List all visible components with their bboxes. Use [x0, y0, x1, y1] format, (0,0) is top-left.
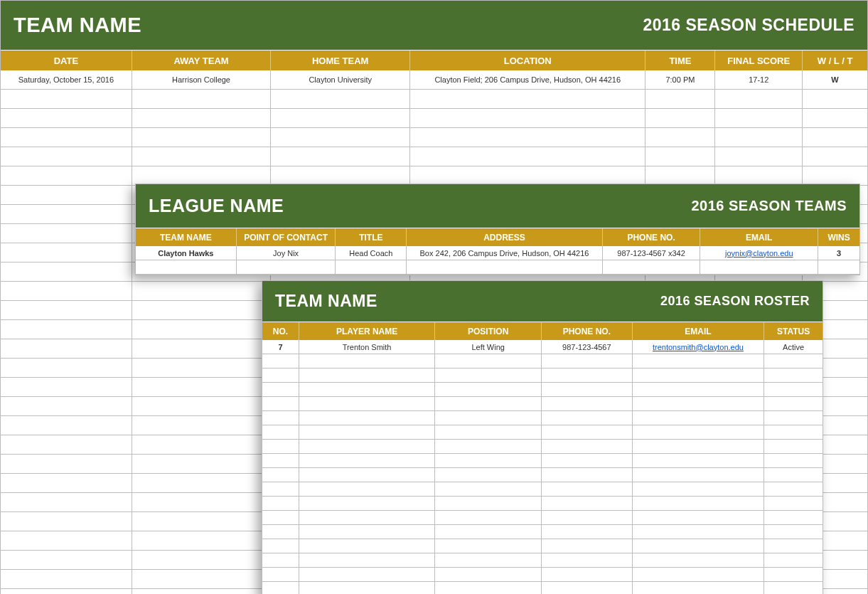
- table-cell[interactable]: [435, 383, 542, 396]
- table-cell[interactable]: [299, 497, 436, 510]
- table-cell[interactable]: [1, 435, 132, 454]
- table-cell[interactable]: [542, 411, 633, 425]
- table-cell[interactable]: [435, 425, 542, 439]
- table-cell[interactable]: [764, 539, 823, 553]
- table-cell[interactable]: [410, 109, 645, 127]
- table-cell[interactable]: [435, 553, 542, 567]
- table-cell[interactable]: [299, 411, 436, 425]
- table-cell[interactable]: [136, 260, 237, 274]
- table-cell[interactable]: [764, 368, 823, 382]
- table-cell[interactable]: [715, 128, 803, 147]
- table-cell[interactable]: 3: [818, 246, 859, 260]
- table-cell[interactable]: [633, 425, 765, 439]
- table-cell[interactable]: [299, 553, 436, 567]
- table-cell[interactable]: [299, 354, 436, 368]
- table-cell[interactable]: [1, 551, 132, 569]
- table-cell[interactable]: [262, 482, 299, 496]
- table-cell[interactable]: [542, 440, 633, 453]
- table-cell[interactable]: [271, 166, 410, 185]
- table-cell[interactable]: [299, 440, 436, 453]
- table-cell[interactable]: [262, 368, 299, 382]
- table-cell[interactable]: [542, 368, 633, 382]
- table-cell[interactable]: [542, 511, 633, 524]
- table-cell[interactable]: [542, 454, 633, 467]
- table-cell[interactable]: [764, 497, 823, 510]
- table-cell[interactable]: [764, 383, 823, 396]
- table-cell[interactable]: Box 242, 206 Campus Drive, Hudson, OH 44…: [407, 246, 602, 260]
- table-cell[interactable]: [542, 568, 633, 581]
- table-cell[interactable]: [132, 474, 272, 492]
- table-cell[interactable]: [262, 525, 299, 539]
- table-cell[interactable]: [542, 397, 633, 410]
- table-cell[interactable]: [262, 354, 299, 368]
- table-cell[interactable]: [715, 166, 803, 185]
- table-cell[interactable]: [633, 468, 765, 482]
- table-cell[interactable]: [132, 320, 272, 339]
- table-cell[interactable]: [1, 128, 132, 147]
- table-cell[interactable]: joynix@clayton.edu: [700, 246, 818, 260]
- table-cell[interactable]: [262, 539, 299, 553]
- table-cell[interactable]: [435, 454, 542, 467]
- table-cell[interactable]: [435, 525, 542, 539]
- table-cell[interactable]: [336, 260, 407, 274]
- table-cell[interactable]: [262, 411, 299, 425]
- table-cell[interactable]: [435, 568, 542, 581]
- table-cell[interactable]: [1, 570, 132, 588]
- table-cell[interactable]: [542, 425, 633, 439]
- table-cell[interactable]: Left Wing: [435, 340, 542, 354]
- table-cell[interactable]: [633, 582, 765, 594]
- table-cell[interactable]: 987-123-4567 x342: [603, 246, 701, 260]
- table-cell[interactable]: [1, 147, 132, 166]
- table-cell[interactable]: [764, 425, 823, 439]
- table-cell[interactable]: [633, 568, 765, 581]
- table-cell[interactable]: [645, 166, 715, 185]
- table-cell[interactable]: [803, 90, 867, 108]
- table-cell[interactable]: [132, 551, 272, 569]
- email-link[interactable]: trentonsmith@clayton.edu: [653, 343, 744, 351]
- table-cell[interactable]: [1, 166, 132, 185]
- table-cell[interactable]: Active: [764, 340, 823, 354]
- table-cell[interactable]: [132, 90, 272, 108]
- table-cell[interactable]: [542, 482, 633, 496]
- table-cell[interactable]: [132, 282, 272, 300]
- table-cell[interactable]: [299, 454, 436, 467]
- table-cell[interactable]: [435, 511, 542, 524]
- table-cell[interactable]: [132, 378, 272, 396]
- table-cell[interactable]: [132, 570, 272, 588]
- table-cell[interactable]: [132, 339, 272, 358]
- table-cell[interactable]: [132, 147, 272, 166]
- table-cell[interactable]: [1, 320, 132, 339]
- table-cell[interactable]: [262, 397, 299, 410]
- table-cell[interactable]: [633, 440, 765, 453]
- table-cell[interactable]: [132, 455, 272, 473]
- table-cell[interactable]: [542, 553, 633, 567]
- table-cell[interactable]: [262, 468, 299, 482]
- table-cell[interactable]: [633, 511, 765, 524]
- table-cell[interactable]: trentonsmith@clayton.edu: [633, 340, 765, 354]
- table-cell[interactable]: [645, 109, 715, 127]
- table-cell[interactable]: [407, 260, 602, 274]
- table-cell[interactable]: [764, 511, 823, 524]
- table-cell[interactable]: [132, 435, 272, 454]
- table-cell[interactable]: [764, 411, 823, 425]
- table-cell[interactable]: [132, 301, 272, 319]
- table-cell[interactable]: [299, 525, 436, 539]
- table-cell[interactable]: Harrison College: [132, 70, 272, 89]
- table-cell[interactable]: [764, 568, 823, 581]
- table-cell[interactable]: [435, 411, 542, 425]
- table-cell[interactable]: [1, 109, 132, 127]
- table-cell[interactable]: [299, 397, 436, 410]
- table-cell[interactable]: [299, 383, 436, 396]
- table-cell[interactable]: [1, 186, 132, 204]
- table-cell[interactable]: 7: [262, 340, 299, 354]
- table-cell[interactable]: [633, 383, 765, 396]
- table-cell[interactable]: [764, 525, 823, 539]
- table-cell[interactable]: [542, 539, 633, 553]
- table-cell[interactable]: [803, 166, 867, 185]
- table-cell[interactable]: [299, 568, 436, 581]
- table-cell[interactable]: [633, 411, 765, 425]
- table-cell[interactable]: Clayton Hawks: [136, 246, 237, 260]
- table-cell[interactable]: [435, 539, 542, 553]
- table-cell[interactable]: [271, 109, 410, 127]
- table-cell[interactable]: [633, 553, 765, 567]
